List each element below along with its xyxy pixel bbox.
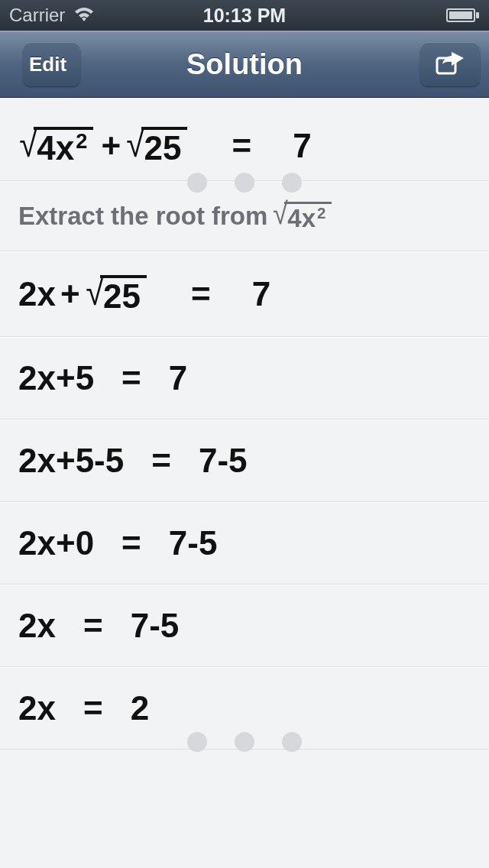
back-button[interactable]: Edit [23,42,80,86]
sqrt-expr: √ 4x2 [272,200,332,231]
equation-row-step[interactable]: 2x = 7-5 [0,585,489,667]
back-button-label: Edit [29,53,66,76]
equals-sign: = [230,127,253,165]
status-time: 10:13 PM [0,5,489,27]
page-dots [0,173,489,193]
share-icon [435,50,465,79]
hint-text: Extract the root from [18,202,267,231]
dot [282,173,302,193]
dot [187,173,207,193]
dot [235,173,254,193]
sqrt-expr: √ 25 [125,127,187,165]
plus-sign: + [99,127,122,165]
rhs-value: 7 [293,127,311,165]
dot [235,732,254,752]
sqrt-expr: √ 4x2 [18,127,93,165]
equation-row-step[interactable]: 2x+5 = 7 [0,337,489,419]
equation-row-step[interactable]: 2x = 2 [0,667,489,750]
solution-content[interactable]: √ 4x2 + √ 25 = 7 Extract the root from √… [0,98,489,868]
equation-row-original[interactable]: √ 4x2 + √ 25 = 7 [0,98,489,181]
nav-bar: Edit Solution [0,31,489,98]
status-bar: Carrier 10:13 PM [0,0,489,31]
equation-row-step[interactable]: 2x + √ 25 = 7 [0,251,489,337]
dot [187,732,207,752]
sqrt-expr: √ 25 [85,275,147,313]
share-button[interactable] [420,42,480,86]
equation-row-step[interactable]: 2x+0 = 7-5 [0,502,489,585]
equation-row-step[interactable]: 2x+5-5 = 7-5 [0,419,489,502]
page-dots [0,732,489,752]
dot [282,732,302,752]
